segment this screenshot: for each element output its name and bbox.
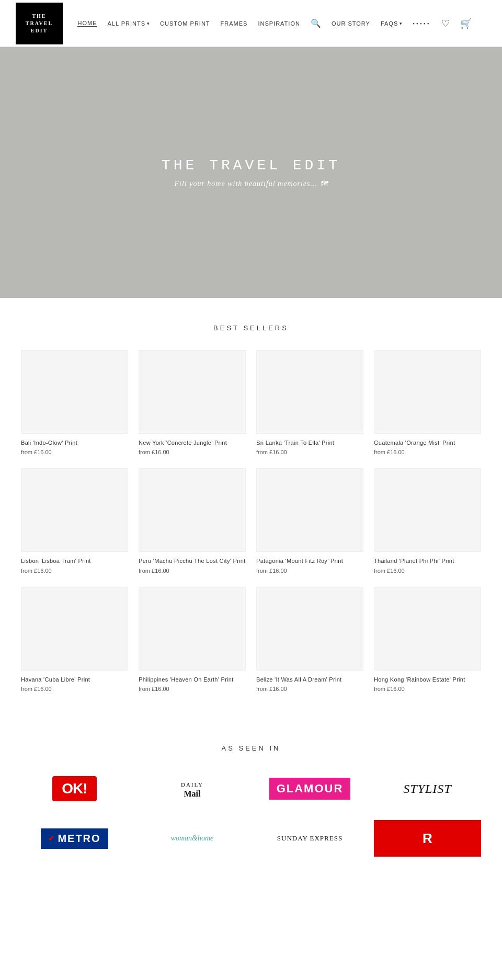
product-price: from £16.00 bbox=[374, 449, 481, 455]
product-name: Thailand 'Planet Phi Phi' Print bbox=[374, 557, 481, 565]
product-image bbox=[139, 468, 246, 552]
sundayexpress-logo: SUNDAY EXPRESS bbox=[277, 834, 343, 843]
product-card[interactable]: Thailand 'Planet Phi Phi' Print from £16… bbox=[374, 468, 481, 573]
product-card[interactable]: Belize 'It Was All A Dream' Print from £… bbox=[256, 587, 363, 692]
media-logos-grid: OK!DailyMailGLAMOURSTYLIST✔METROwoman&ho… bbox=[21, 770, 481, 857]
media-logo-stylist: STYLIST bbox=[374, 770, 481, 807]
product-card[interactable]: New York 'Concrete Jungle' Print from £1… bbox=[139, 350, 246, 455]
product-card[interactable]: Havana 'Cuba Libre' Print from £16.00 bbox=[21, 587, 128, 692]
nav-home[interactable]: HOME bbox=[77, 20, 97, 27]
hero-section: THE TRAVEL EDIT Fill your home with beau… bbox=[0, 47, 502, 298]
product-price: from £16.00 bbox=[374, 686, 481, 692]
product-card[interactable]: Peru 'Machu Picchu The Lost City' Print … bbox=[139, 468, 246, 573]
media-logo-womanshome: woman&home bbox=[139, 820, 246, 857]
product-card[interactable]: Hong Kong 'Rainbow Estate' Print from £1… bbox=[374, 587, 481, 692]
product-image bbox=[21, 468, 128, 552]
all-prints-chevron-icon: ▾ bbox=[147, 21, 150, 26]
media-logo-glamour: GLAMOUR bbox=[256, 770, 363, 807]
glamour-logo: GLAMOUR bbox=[269, 778, 351, 800]
product-name: Peru 'Machu Picchu The Lost City' Print bbox=[139, 557, 246, 565]
nav-inspiration[interactable]: INSPIRATION bbox=[258, 20, 300, 27]
faqs-chevron-icon: ▾ bbox=[400, 21, 402, 26]
product-price: from £16.00 bbox=[256, 568, 363, 574]
product-name: Sri Lanka 'Train To Ella' Print bbox=[256, 439, 363, 447]
search-icon[interactable]: 🔍 bbox=[311, 18, 321, 28]
site-header: THETRAVELEDIT HOME ALL PRINTS ▾ CUSTOM P… bbox=[0, 0, 502, 47]
product-name: Bali 'Indo-Glow' Print bbox=[21, 439, 128, 447]
product-card[interactable]: Philippines 'Heaven On Earth' Print from… bbox=[139, 587, 246, 692]
as-seen-in-title: AS SEEN IN bbox=[21, 744, 481, 752]
product-price: from £16.00 bbox=[139, 686, 246, 692]
best-sellers-section: BEST SELLERS Bali 'Indo-Glow' Print from… bbox=[0, 298, 502, 718]
wishlist-icon[interactable]: ♡ bbox=[441, 18, 450, 29]
womanshome-logo: woman&home bbox=[171, 834, 214, 843]
product-price: from £16.00 bbox=[374, 568, 481, 574]
product-price: from £16.00 bbox=[139, 449, 246, 455]
product-name: Hong Kong 'Rainbow Estate' Print bbox=[374, 676, 481, 684]
product-price: from £16.00 bbox=[21, 568, 128, 574]
product-price: from £16.00 bbox=[256, 686, 363, 692]
media-logo-ok: OK! bbox=[21, 770, 128, 807]
nav-our-story[interactable]: OUR STORY bbox=[332, 20, 370, 27]
site-logo[interactable]: THETRAVELEDIT bbox=[16, 3, 63, 44]
stylist-logo: STYLIST bbox=[403, 782, 451, 796]
product-price: from £16.00 bbox=[21, 449, 128, 455]
as-seen-in-section: AS SEEN IN OK!DailyMailGLAMOURSTYLIST✔ME… bbox=[0, 718, 502, 883]
best-sellers-title: BEST SELLERS bbox=[21, 324, 481, 332]
nav-more[interactable]: ••••• bbox=[413, 20, 430, 27]
product-card[interactable]: Guatemala 'Orange Mist' Print from £16.0… bbox=[374, 350, 481, 455]
product-name: Havana 'Cuba Libre' Print bbox=[21, 676, 128, 684]
product-image bbox=[139, 587, 246, 671]
product-card[interactable]: Lisbon 'Lisboa Tram' Print from £16.00 bbox=[21, 468, 128, 573]
product-card[interactable]: Bali 'Indo-Glow' Print from £16.00 bbox=[21, 350, 128, 455]
product-name: Patagonia 'Mount Fitz Roy' Print bbox=[256, 557, 363, 565]
product-price: from £16.00 bbox=[256, 449, 363, 455]
product-name: Lisbon 'Lisboa Tram' Print bbox=[21, 557, 128, 565]
nav-custom-print[interactable]: CUSTOM PRINT bbox=[160, 20, 210, 27]
product-image bbox=[21, 587, 128, 671]
product-price: from £16.00 bbox=[21, 686, 128, 692]
media-logo-metro: ✔METRO bbox=[21, 820, 128, 857]
product-price: from £16.00 bbox=[139, 568, 246, 574]
hero-title: THE TRAVEL EDIT bbox=[162, 157, 340, 174]
product-image bbox=[256, 350, 363, 434]
product-name: New York 'Concrete Jungle' Print bbox=[139, 439, 246, 447]
product-name: Philippines 'Heaven On Earth' Print bbox=[139, 676, 246, 684]
media-logo-red: R bbox=[374, 820, 481, 857]
nav-faqs[interactable]: FAQs bbox=[381, 20, 398, 27]
product-card[interactable]: Patagonia 'Mount Fitz Roy' Print from £1… bbox=[256, 468, 363, 573]
product-image bbox=[374, 350, 481, 434]
product-image bbox=[21, 350, 128, 434]
nav-all-prints[interactable]: ALL PRINTS bbox=[107, 20, 145, 27]
nav-frames[interactable]: FRAMES bbox=[221, 20, 248, 27]
product-image bbox=[256, 468, 363, 552]
product-image bbox=[139, 350, 246, 434]
main-nav: HOME ALL PRINTS ▾ CUSTOM PRINT FRAMES IN… bbox=[63, 18, 486, 29]
product-grid: Bali 'Indo-Glow' Print from £16.00 New Y… bbox=[21, 350, 481, 692]
product-card[interactable]: Sri Lanka 'Train To Ella' Print from £16… bbox=[256, 350, 363, 455]
product-name: Guatemala 'Orange Mist' Print bbox=[374, 439, 481, 447]
product-image bbox=[374, 468, 481, 552]
product-image bbox=[374, 587, 481, 671]
product-image bbox=[256, 587, 363, 671]
media-logo-sundayexpress: SUNDAY EXPRESS bbox=[256, 820, 363, 857]
ok-logo: OK! bbox=[52, 776, 96, 801]
product-name: Belize 'It Was All A Dream' Print bbox=[256, 676, 363, 684]
hero-subtitle: Fill your home with beautiful memories..… bbox=[174, 180, 327, 188]
dailymail-logo: DailyMail bbox=[181, 779, 203, 799]
cart-icon[interactable]: 🛒 bbox=[460, 18, 472, 29]
red-logo: R bbox=[374, 820, 481, 857]
metro-logo: ✔METRO bbox=[41, 828, 108, 849]
media-logo-dailymail: DailyMail bbox=[139, 770, 246, 807]
